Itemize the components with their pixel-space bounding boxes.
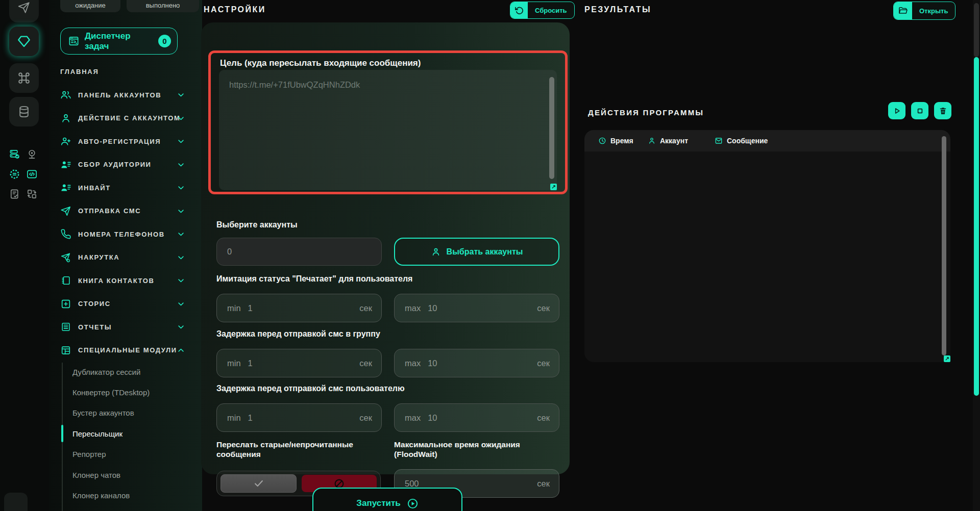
page-scrollbar (973, 0, 980, 511)
sidebar: ожидание выполнено Диспетчер задач 0 ГЛА… (49, 0, 202, 511)
sidebar-item-account-action[interactable]: ДЕЙСТВИЕ С АККАУНТОМ (49, 107, 202, 130)
send-plus-icon (60, 252, 71, 263)
rail-command-button[interactable] (9, 63, 39, 93)
user-icon (60, 113, 71, 124)
sidebar-item-stories[interactable]: СТОРИС (49, 292, 202, 316)
group-delay-min-input[interactable]: min 1 сек (216, 349, 382, 377)
person-icon (648, 137, 656, 145)
accounts-label: Выберите аккаунты (216, 220, 298, 229)
sidebar-item-audience-collect[interactable]: СБОР АУДИТОРИИ (49, 153, 202, 176)
column-time: Время (598, 130, 633, 151)
start-button[interactable]: Запустить (312, 488, 462, 511)
user-delay-label: Задержка перед отправкой смс пользовател… (216, 384, 405, 393)
typing-max-input[interactable]: max 10 сек (394, 294, 559, 322)
webcam-icon[interactable] (26, 148, 38, 160)
chevron-down-icon (177, 300, 185, 308)
forward-old-label: Переслать старые/непрочитанные сообщения (216, 440, 370, 459)
diamond-icon (17, 34, 31, 48)
run-actions-button[interactable] (888, 102, 905, 119)
code-window-icon[interactable] (26, 168, 38, 180)
table-scrollbar[interactable] (942, 136, 946, 355)
sidebar-item-send-sms[interactable]: ОТПРАВКА СМС (49, 199, 202, 223)
submodule-account-booster[interactable]: Бустер аккаунтов (49, 403, 202, 423)
target-textarea[interactable] (219, 70, 557, 190)
task-manager-button[interactable]: Диспетчер задач 0 (60, 28, 178, 55)
report-icon (60, 321, 71, 333)
swap-icon[interactable] (26, 188, 38, 200)
contacts-book-icon (60, 275, 71, 286)
status-filter-waiting[interactable]: ожидание (60, 0, 120, 12)
clear-actions-button[interactable] (934, 102, 951, 119)
stop-actions-button[interactable] (911, 102, 928, 119)
settings-panel: Цель (куда пересылать входящие сообщения… (201, 22, 570, 474)
sidebar-item-contacts-book[interactable]: КНИГА КОНТАКТОВ (49, 269, 202, 293)
sidebar-item-auto-registration[interactable]: АВТО-РЕГИСТРАЦИЯ (49, 130, 202, 154)
program-actions-table: Время Аккаунт Сообщение (584, 130, 950, 362)
open-button[interactable]: Открыть (893, 2, 955, 20)
task-manager-badge: 0 (158, 35, 171, 47)
chevron-up-icon (177, 346, 185, 354)
sidebar-item-special-modules[interactable]: СПЕЦИАЛЬНЫЕ МОДУЛИ (49, 339, 202, 362)
sidebar-item-phone-numbers[interactable]: НОМЕРА ТЕЛЕФОНОВ (49, 223, 202, 246)
chevron-down-icon (177, 161, 185, 168)
chevron-down-icon (177, 138, 185, 145)
submodule-chat-cloner[interactable]: Клонер чатов (49, 465, 202, 485)
check-icon (253, 478, 264, 489)
accounts-count-input[interactable]: 0 (216, 238, 382, 266)
sidebar-item-boost[interactable]: НАКРУТКА (49, 246, 202, 269)
command-icon (17, 71, 31, 85)
submodule-reporter[interactable]: Репортер (49, 444, 202, 465)
chevron-down-icon (177, 184, 185, 192)
column-message: Сообщение (715, 130, 768, 151)
program-actions-title: ДЕЙСТВИЯ ПРОГРАММЫ (588, 108, 704, 117)
chevron-down-icon (177, 323, 185, 331)
page-scrollbar-thumb[interactable] (974, 57, 979, 396)
user-delay-min-input[interactable]: min 1 сек (216, 403, 382, 432)
status-filter-done[interactable]: выполнено (127, 0, 199, 12)
document-check-icon[interactable] (8, 188, 20, 200)
column-account: Аккаунт (648, 130, 688, 151)
submodule-session-duplicator[interactable]: Дубликатор сессий (49, 362, 202, 382)
user-plus-icon (60, 136, 71, 147)
group-delay-max-input[interactable]: max 10 сек (394, 349, 559, 377)
user-delay-max-input[interactable]: max 10 сек (394, 403, 559, 432)
toggle-yes-option[interactable] (220, 474, 297, 493)
chevron-down-icon (177, 114, 185, 122)
floodwait-label: Максимальное время ожидания (FloodWait) (394, 440, 542, 459)
trash-icon (939, 107, 947, 115)
reset-button[interactable]: Сбросить (510, 2, 575, 19)
phone-icon (60, 228, 71, 240)
results-title: РЕЗУЛЬТАТЫ (584, 5, 651, 14)
sidebar-item-invite[interactable]: ИНВАЙТ (49, 176, 202, 200)
submodule-converter[interactable]: Конвертер (TDesktop) (49, 382, 202, 402)
sidebar-item-reports[interactable]: ОТЧЕТЫ (49, 316, 202, 339)
textarea-resize-handle[interactable] (550, 184, 557, 190)
sidebar-item-accounts-panel[interactable]: ПАНЕЛЬ АККАУНТОВ (49, 84, 202, 107)
submodule-channel-cloner[interactable]: Клонер каналов (49, 485, 202, 505)
table-header: Время Аккаунт Сообщение (584, 130, 950, 151)
chevron-down-icon (177, 207, 185, 215)
folder-icon (894, 2, 912, 19)
app-icon-rail (0, 0, 49, 511)
send-icon (60, 206, 71, 217)
target-field-group: Цель (куда пересылать входящие сообщения… (208, 50, 568, 194)
special-modules-submenu: Дубликатор сессий Конвертер (TDesktop) Б… (49, 362, 202, 506)
rail-send-button[interactable] (9, 0, 39, 22)
rail-bottom-button[interactable] (4, 493, 28, 511)
page-scrollbar-track-segment[interactable] (974, 3, 979, 57)
chevron-down-icon (177, 277, 185, 285)
modules-icon (60, 345, 71, 356)
gear-icon[interactable] (8, 168, 20, 180)
table-resize-handle[interactable] (944, 355, 950, 362)
group-delay-label: Задержка перед отправкой смс в группу (216, 329, 380, 339)
textarea-scrollbar[interactable] (549, 77, 554, 179)
rail-database-button[interactable] (9, 97, 39, 126)
select-accounts-button[interactable]: Выбрать аккаунты (394, 238, 559, 266)
server-check-icon[interactable] (8, 148, 20, 160)
chevron-down-icon (177, 253, 185, 261)
typing-min-input[interactable]: min 1 сек (216, 294, 382, 322)
task-manager-icon (68, 35, 80, 47)
sidebar-nav: ГЛАВНАЯ ПАНЕЛЬ АККАУНТОВ ДЕЙСТВИЕ С АККА… (49, 60, 202, 362)
rail-diamond-button[interactable] (9, 27, 39, 56)
submodule-forwarder[interactable]: Пересыльщик (49, 423, 202, 444)
